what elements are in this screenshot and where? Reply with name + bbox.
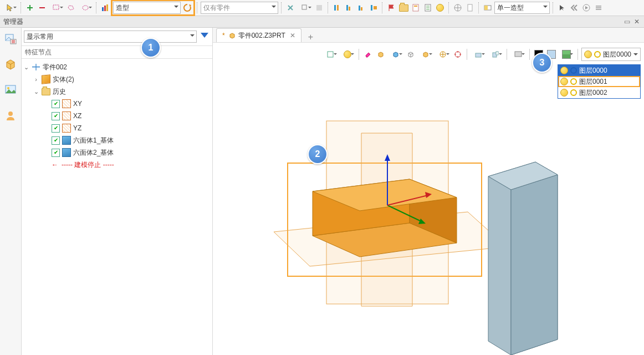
tree-item[interactable]: 六面体2_基体 [23,146,210,159]
tool-b[interactable] [297,2,313,13]
cursor-tool[interactable] [2,2,18,13]
document-tab[interactable]: * 零件002.Z3PRT ✕ [216,28,301,42]
panel-float-button[interactable]: ▭ [623,18,631,26]
select-rect-tool[interactable] [49,2,64,13]
layer-option[interactable]: 图层0002 [558,87,640,98]
rail-tree-icon[interactable] [3,31,18,47]
select-circle-tool[interactable] [78,2,93,13]
vt-compass[interactable] [435,49,451,60]
align-tool-4[interactable] [368,2,379,13]
vt-view2[interactable] [488,49,503,60]
select-poly-tool[interactable] [65,2,76,13]
modeling-stop-marker[interactable]: ← ----- 建模停止 ----- [23,159,210,171]
rewind-tool[interactable] [569,2,580,13]
tree-item[interactable]: XY [23,98,210,110]
separator [577,49,578,60]
layer-option-label: 图层0002 [579,88,607,98]
expander-icon[interactable]: ⌄ [23,64,29,71]
layer-combo[interactable]: 图层0000 [581,48,641,61]
svg-rect-9 [337,5,339,11]
vt-wire[interactable] [405,49,416,60]
expander-icon[interactable]: ⌄ [33,88,39,95]
tree-item-label: 六面体2_基体 [73,148,114,158]
vt-eraser[interactable] [362,49,374,60]
ring-icon [594,51,601,58]
mode-tool[interactable] [482,2,493,13]
refresh-shape-button[interactable] [182,2,193,13]
tree-item[interactable]: XZ [23,110,210,122]
open-folder-tool[interactable] [398,2,409,13]
annotation-3: 3 [532,53,552,73]
tree-item[interactable]: 六面体1_基体 [23,134,210,146]
checkbox[interactable] [52,136,60,145]
bars-tool[interactable] [100,2,111,13]
vt-screen[interactable] [510,49,526,60]
tree-item-label: 实体(2) [53,75,74,84]
align-tool-3[interactable] [356,2,367,13]
vt-bulb[interactable] [340,49,355,60]
document-tabbar: * 零件002.Z3PRT ✕ + [213,28,644,43]
tree-item[interactable]: ⌄ 历史 [23,85,210,98]
plus-tool[interactable] [24,2,35,13]
cursor2-tool[interactable] [556,2,568,13]
single-shape-label: 单一造型 [497,3,524,13]
svg-rect-32 [476,53,481,57]
play-tool[interactable] [581,2,592,13]
tree-display-combo[interactable]: 显示常用 [24,31,197,43]
part-icon [228,32,236,39]
flag-tool[interactable] [386,2,397,13]
viewport-3d[interactable]: Z [213,67,644,355]
svg-rect-15 [374,6,377,9]
rail-user-icon[interactable] [3,108,18,123]
vt-box2[interactable] [388,49,403,60]
layer-option-label: 图层0000 [579,66,607,75]
minus-tool[interactable] [37,2,48,13]
checkbox[interactable] [52,124,60,133]
dirty-indicator: * [222,32,225,39]
align-tool-2[interactable] [344,2,355,13]
vt-target[interactable] [452,49,463,60]
vt-view1[interactable] [471,49,486,60]
panel-close-button[interactable]: ✕ [633,18,641,26]
tree-item[interactable]: › 实体(2) [23,73,210,85]
rail-cube-icon[interactable] [3,57,18,72]
tree-item[interactable]: YZ [23,122,210,134]
layer-option[interactable]: 图层0001 [558,76,640,87]
sheet-tool[interactable] [464,2,476,13]
tree-filter-button[interactable] [199,31,210,42]
svg-rect-10 [346,5,348,11]
tab-close-button[interactable]: ✕ [290,32,295,39]
tree-item-label: 历史 [53,87,66,97]
menu-tool[interactable] [593,2,604,13]
layer-dropdown: 图层0000 图层0001 图层0002 [558,64,641,99]
doc-tool-2[interactable] [422,2,433,13]
new-tab-button[interactable]: + [305,32,316,42]
shape-combo[interactable]: 造型 [113,2,181,14]
align-tool-1[interactable] [331,2,343,13]
checkbox[interactable] [52,112,60,120]
expander-icon[interactable]: › [33,76,39,83]
vt-box3[interactable] [418,49,433,60]
rail-image-icon[interactable] [3,82,18,98]
svg-rect-13 [361,7,362,11]
svg-rect-5 [106,4,108,11]
tool-c[interactable] [314,2,325,13]
vt-box1[interactable] [375,49,386,60]
doc-tool-1[interactable] [410,2,421,13]
vt-select[interactable] [323,49,338,60]
single-shape-combo[interactable]: 单一造型 [494,2,550,14]
tree-root[interactable]: ⌄ 零件002 [23,61,210,73]
swatch-multi[interactable] [559,49,574,60]
svg-rect-34 [496,52,498,55]
checkbox[interactable] [52,149,60,157]
svg-rect-17 [414,6,417,7]
tool-a[interactable] [285,2,296,13]
only-parts-combo[interactable]: 仅有零件 [201,2,278,14]
checkbox[interactable] [52,100,60,108]
bulb-tool[interactable] [435,2,446,13]
globe-tool[interactable] [452,2,463,13]
annotation-1: 1 [141,38,161,58]
layer-option[interactable]: 图层0000 [558,65,640,76]
svg-point-28 [8,111,13,116]
stop-label: ----- 建模停止 ----- [62,160,114,170]
